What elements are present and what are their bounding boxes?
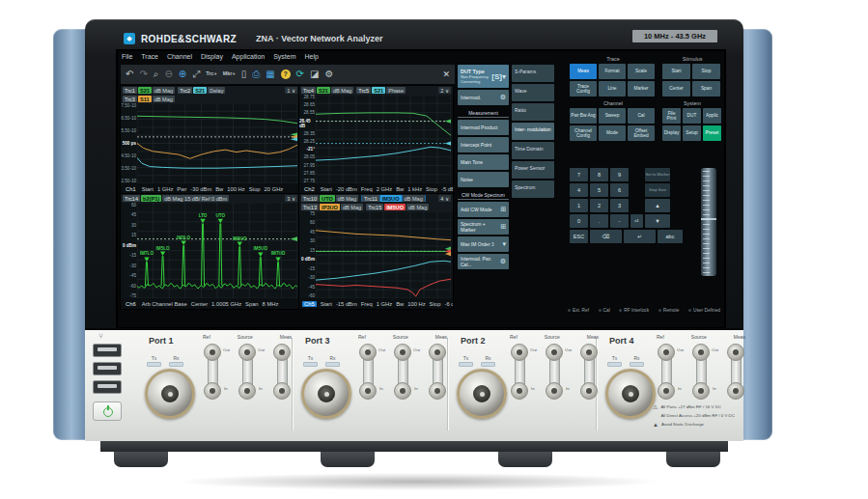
add-cw-mode-softkey[interactable]: Add CW Mode ⊞ [458,202,509,217]
offset-embed-button[interactable]: Offset Embed [628,125,655,141]
jack[interactable] [580,382,598,400]
jack[interactable] [727,344,744,361]
key-7[interactable]: 7 [570,168,588,181]
key-5[interactable]: 5 [590,183,608,197]
center-button[interactable]: Center [662,81,690,97]
close-icon[interactable]: ✕ [442,70,450,79]
tile-windows-icon[interactable]: ▦ [266,69,274,79]
diagram-4[interactable]: Trc10UTOdB MagTrc11IM3UOdB Mag4 ∨Trc13IP… [299,194,453,309]
jack[interactable] [658,382,675,400]
jack[interactable] [394,344,411,361]
backspace-key[interactable]: ⌫ [590,230,622,243]
jack[interactable] [204,344,221,361]
tab-s-params[interactable]: S-Params [512,65,554,82]
jack[interactable] [359,344,377,361]
key-9[interactable]: 9 [610,168,629,181]
diagram-select[interactable]: 1 ∨ [285,87,297,94]
up-arrow-key[interactable]: ▲ [645,199,670,212]
plot-ch2[interactable]: 28.7528.6528.5528.45 dB28.3528.25-21°28.… [316,95,451,183]
trace-chip-trc10[interactable]: Trc10UTOdB Mag [301,195,358,202]
zoom-in-icon[interactable]: ⊕ [179,69,186,79]
key-dot[interactable]: . [590,214,608,228]
trace-chip-trc13[interactable]: Trc13IP3UOdB Mag [301,204,363,210]
menu-item-0[interactable]: File [122,53,132,60]
enter-key[interactable]: ↵ [624,230,656,243]
key-minus[interactable]: - [610,214,629,228]
mode-button[interactable]: Mode [599,125,626,141]
diagram-1[interactable]: Trc1S21dB MagTrc2S21Delay1 ∨Trc3S11dB Ma… [121,86,299,194]
main-tone-softkey[interactable]: Main Tone [458,154,509,170]
jack[interactable] [429,382,446,400]
print-icon[interactable]: ⎙ [252,69,260,79]
trace-config-button[interactable]: Trace Config [570,81,597,97]
tab-time-domain[interactable]: Time Domain [512,142,554,159]
plot-ch6[interactable]: IM7LOIM5LOIM3LOLTOUTOIM3UOIM5UOIM7UO6045… [137,203,297,298]
zoom-select-icon[interactable]: ⌕ [154,69,159,79]
trace-chip-trc11[interactable]: Trc11IM3UOdB Mag [361,195,426,202]
delete-icon[interactable]: ▯ [241,69,247,79]
jack[interactable] [580,344,598,361]
tab-ratio[interactable]: Ratio [512,103,554,121]
jack[interactable] [204,382,221,400]
esc-key[interactable]: ESC [570,230,588,243]
meas-button[interactable]: Meas [570,64,597,79]
diagram-select[interactable]: 3 ∨ [285,195,297,202]
port2-connector[interactable] [457,369,507,419]
spectrum-marker-softkey[interactable]: Spectrum + Marker ⊞ [458,219,509,235]
menu-item-6[interactable]: Help [305,53,319,60]
applic-button[interactable]: Applic [703,108,721,124]
tools-icon[interactable]: ⚙ [324,69,333,79]
jack[interactable] [429,344,446,361]
jack[interactable] [546,344,563,361]
jack[interactable] [238,382,256,400]
menu-item-2[interactable]: Channel [167,53,192,60]
tab-intermodulation[interactable]: Inter- modulation [512,123,554,140]
jack[interactable] [238,344,256,361]
intermod-softkey[interactable]: Intermod. ⚙ [458,90,509,105]
trace-chip-trc4[interactable]: Trc4S21dB Mag [301,87,353,94]
help-icon[interactable]: ? [281,69,291,79]
jack[interactable] [692,382,710,400]
plot-ch5[interactable]: 75604530150 dBm-15-30-45-60 [316,211,451,298]
trace-chip-trc5[interactable]: Trc5S21Phase [356,87,406,94]
trace-chip-trc2[interactable]: Trc2S21Delay [178,87,225,94]
menu-item-4[interactable]: Application [232,53,265,60]
menu-item-3[interactable]: Display [201,53,223,60]
line-button[interactable]: Line [599,81,626,97]
diagram-select[interactable]: 2 ∨ [438,87,451,94]
diagram-3[interactable]: Trc14b2(P1)dB Mag 15 dB/ Ref 0 dBm3 ∨ IM… [121,194,299,309]
zoom-out-icon[interactable]: ⊖ [164,69,172,79]
trace-chip-trc3[interactable]: Trc3S11dB Mag [123,96,175,102]
intercept-point-softkey[interactable]: Intercept Point [458,137,509,152]
dut-button[interactable]: DUT [683,108,701,124]
set-to-marker-key[interactable]: Set to Marker [645,168,670,181]
step-size-key[interactable]: Step Size [645,183,670,197]
tab-power-sensor[interactable]: Power Sensor [512,161,554,179]
menu-item-5[interactable]: System [273,53,295,60]
scale-button[interactable]: Scale [628,64,655,79]
jack[interactable] [658,344,675,361]
cal-button[interactable]: Cal [628,108,655,124]
diagram-2[interactable]: Trc4S21dB MagTrc5S21Phase2 ∨ 28.7528.652… [299,86,453,194]
channel-config-button[interactable]: Channel Config [570,125,597,141]
jack[interactable] [692,344,710,361]
format-button[interactable]: Format [599,64,626,79]
jack[interactable] [359,382,377,400]
port4-connector[interactable] [605,369,656,419]
key-4[interactable]: 4 [570,183,588,197]
key-x1[interactable]: x1 [630,214,643,228]
scroll-wheel[interactable] [701,168,716,276]
jack[interactable] [546,382,563,400]
setup-button[interactable]: Setup [683,125,701,141]
diagram-select[interactable]: 4 ∨ [438,195,451,202]
display-button[interactable]: Display [662,125,681,141]
plot-ch1[interactable]: 7.50-106.50-105.50-10500 ps4.50-103.50-1… [137,103,297,183]
stop-button[interactable]: Stop [692,64,720,79]
preset-button[interactable]: Preset [703,125,721,141]
jack[interactable] [727,382,744,400]
jack[interactable] [511,344,528,361]
tab-wave[interactable]: Wave [512,84,554,101]
intermod-product-softkey[interactable]: Intermod Product [458,120,509,135]
redo-icon[interactable]: ↷ [139,69,147,79]
port3-connector[interactable] [301,369,351,419]
